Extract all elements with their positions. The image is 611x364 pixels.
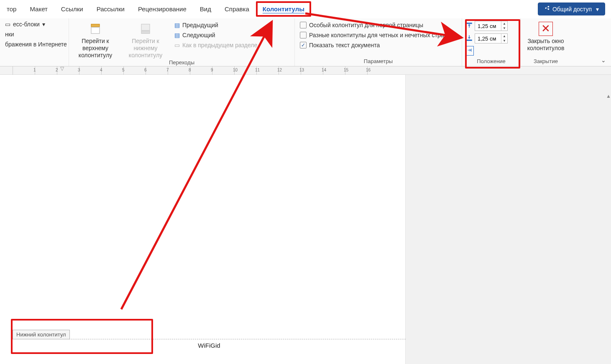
ruler-mark: 13 [301, 66, 323, 75]
svg-rect-6 [471, 49, 472, 52]
document-area: Нижний колонтитул WiFiGid ▲ [0, 75, 611, 364]
tab-mailings[interactable]: Рассылки [90, 1, 131, 17]
svg-rect-0 [91, 24, 100, 27]
ruler-mark: 8 [190, 66, 212, 75]
tab-view[interactable]: Вид [193, 1, 218, 17]
chevron-down-icon: ▾ [42, 21, 45, 28]
close-x-icon: ✕ [539, 22, 553, 36]
close-header-footer-button[interactable]: ✕ Закрыть окно колонтитулов [524, 20, 568, 52]
collapse-ribbon-icon[interactable]: ⌄ [601, 57, 606, 64]
from-bottom-icon [465, 34, 473, 43]
ruler-mark: 7 [168, 66, 190, 75]
share-icon [544, 5, 550, 13]
position-group-label: Положение [465, 57, 517, 66]
svg-rect-1 [91, 27, 100, 33]
chevron-down-icon: ▾ [596, 6, 599, 13]
ruler-mark: 1 [35, 66, 57, 75]
ruler-mark: 6 [146, 66, 168, 75]
share-button[interactable]: Общий доступ ▾ [538, 3, 605, 15]
go-to-footer-button: Перейти к нижнему колонтитулу [123, 20, 169, 59]
close-group-label: Закрытие [524, 57, 568, 66]
ribbon-tabs: тор Макет Ссылки Рассылки Рецензирование… [0, 0, 611, 18]
ruler-mark: 9 [212, 66, 234, 75]
spin-down-icon[interactable]: ▼ [501, 38, 507, 43]
next-section-icon: ▤ [174, 32, 180, 38]
spin-up-icon[interactable]: ▲ [501, 34, 507, 38]
footer-from-bottom-input[interactable]: ▲▼ [475, 33, 508, 43]
tab-review[interactable]: Рецензирование [131, 1, 193, 17]
go-to-header-button[interactable]: Перейти к верхнему колонтитулу [72, 20, 118, 59]
svg-rect-3 [141, 31, 150, 33]
show-document-text-checkbox[interactable]: Показать текст документа [298, 41, 381, 49]
header-nav-icon [88, 22, 102, 36]
spin-down-icon[interactable]: ▼ [501, 26, 507, 31]
svg-rect-4 [466, 23, 472, 24]
checkbox-icon [300, 32, 307, 38]
header-from-top-input[interactable]: ▲▼ [475, 21, 508, 31]
ruler-mark: 12 [279, 66, 301, 75]
tab-editor[interactable]: тор [0, 1, 23, 17]
ruler-mark: 3 [79, 66, 101, 75]
insert-tab-icon[interactable] [465, 46, 474, 56]
ruler-mark: 16 [367, 66, 389, 75]
spin-up-icon[interactable]: ▲ [501, 21, 507, 26]
footer-label-tag: Нижний колонтитул [13, 330, 70, 339]
ruler-mark: 15 [345, 66, 367, 75]
different-first-page-checkbox[interactable]: Особый колонтитул для первой страницы [298, 21, 425, 29]
ruler-mark [13, 66, 35, 75]
svg-rect-2 [141, 24, 150, 31]
prev-section-icon: ▤ [174, 22, 180, 28]
svg-rect-5 [466, 39, 472, 41]
ruler-mark: 11 [256, 66, 279, 75]
footer-text[interactable]: WiFiGid [13, 339, 406, 351]
checkbox-checked-icon [300, 42, 307, 48]
ruler-mark: 14 [323, 66, 345, 75]
options-group-label: Параметры [298, 57, 458, 66]
ruler-indent-marker[interactable]: ▽ [60, 66, 64, 71]
footer-zone[interactable]: Нижний колонтитул WiFiGid [13, 330, 406, 351]
document-page[interactable]: Нижний колонтитул WiFiGid [8, 75, 406, 364]
pictures-button[interactable]: нки [3, 30, 16, 38]
scroll-up-icon[interactable]: ▲ [606, 93, 610, 99]
ruler-mark: 5 [123, 66, 146, 75]
tab-help[interactable]: Справка [218, 1, 256, 17]
footer-nav-icon [138, 22, 153, 36]
from-top-icon [465, 22, 473, 31]
blocks-icon: ▭ [5, 21, 10, 28]
link-prev-icon: ▭ [174, 42, 180, 48]
next-section-button[interactable]: ▤ Следующий [173, 31, 217, 39]
checkbox-icon [300, 22, 307, 28]
ruler-mark: 10 [234, 66, 256, 75]
link-to-previous-button: ▭ Как в предыдущем разделе [173, 41, 259, 49]
share-button-label: Общий доступ [552, 6, 592, 13]
out-of-page-area [406, 75, 611, 364]
tab-layout[interactable]: Макет [23, 1, 54, 17]
different-odd-even-checkbox[interactable]: Разные колонтитулы для четных и нечетных… [298, 31, 455, 39]
ribbon: ▭ есс-блоки ▾ нки бражения в Интернете [0, 18, 611, 66]
horizontal-ruler[interactable]: 12345678910111213141516 ▽ 1 [0, 66, 611, 75]
ruler-mark: 4 [101, 66, 123, 75]
tab-header-footer[interactable]: Колонтитулы [256, 1, 311, 17]
previous-section-button[interactable]: ▤ Предыдущий [173, 21, 220, 29]
tab-links[interactable]: Ссылки [54, 1, 90, 17]
online-images-button[interactable]: бражения в Интернете [3, 40, 69, 48]
express-blocks-button[interactable]: ▭ есс-блоки ▾ [3, 20, 47, 28]
